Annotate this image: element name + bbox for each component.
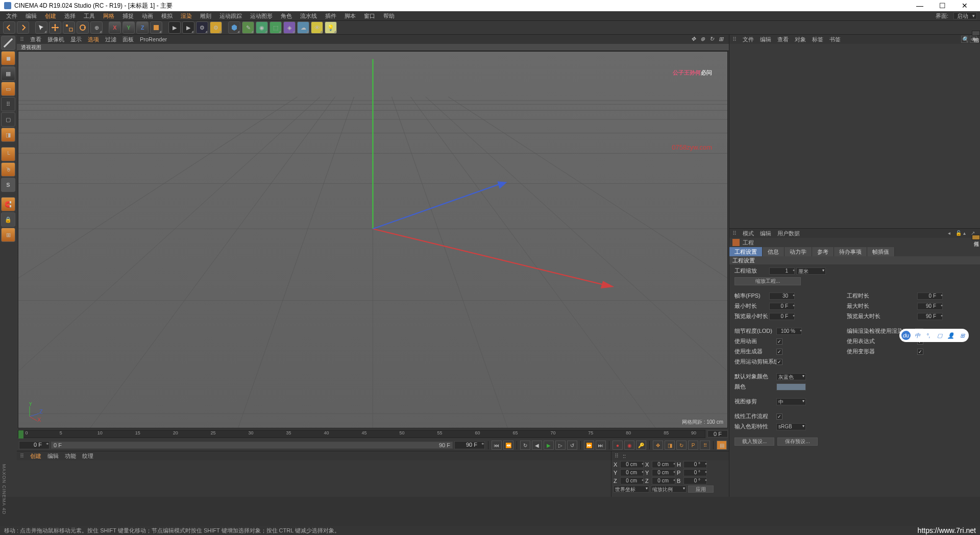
loop2-button[interactable]: ↺ [567,441,577,450]
om-edit[interactable]: 编辑 [760,36,771,43]
add-light[interactable]: 💡 [325,21,337,34]
am-mode[interactable]: 模式 [743,230,754,237]
add-pen[interactable]: ✎ [242,21,254,34]
color-swatch[interactable] [776,383,806,391]
menu-select[interactable]: 选择 [61,12,79,20]
menu-sculpt[interactable]: 雕刻 [197,12,214,20]
play-back[interactable]: ◀ [532,441,542,450]
vmenu-prorender[interactable]: ProRender [140,36,167,42]
pmax-field[interactable]: 90 F [917,313,943,320]
tab-project[interactable]: 工程设置 [729,247,763,256]
add-generator[interactable]: ⬚ [270,21,282,34]
undo-button[interactable] [3,21,15,34]
render-settings[interactable]: ⚙ [196,21,208,34]
loop-button[interactable]: ↻ [520,441,530,450]
menu-create[interactable]: 创建 [42,12,59,20]
add-deformer[interactable]: ◈ [283,21,296,34]
save-preset-button[interactable]: 保存预设... [777,437,817,446]
playhead[interactable] [18,430,23,439]
float-baidu-icon[interactable]: du [901,331,911,340]
key-param[interactable]: P [688,441,698,450]
coord-system[interactable] [150,21,162,34]
edge-mode[interactable]: ▢ [1,112,15,127]
om-view-icon[interactable]: 👁 [970,36,977,43]
next-frame[interactable]: ▷ [555,441,566,450]
menu-edit[interactable]: 编辑 [22,12,40,20]
nav-zoom-icon[interactable]: ⊕ [700,36,707,43]
render-queue[interactable]: ⚙ [210,21,222,34]
z-axis-toggle[interactable]: Z [136,21,149,34]
rot-h[interactable]: 0 ° [683,461,707,468]
range-slider[interactable]: 0 F90 F [51,442,453,449]
layout-combo[interactable]: 启动 [953,12,977,19]
magnet-tool[interactable]: 🧲 [1,197,15,211]
float-user-icon[interactable]: 👤 [946,331,955,340]
x-axis-toggle[interactable]: X [109,21,121,34]
om-tags[interactable]: 标签 [812,36,823,43]
goto-end[interactable]: ⏭ [596,441,606,450]
goto-start[interactable]: ⏮ [492,441,502,450]
viewport-3d[interactable]: 公子王孙何必问 0758zyw.com 网格间距 : 100 cm Y Z X [18,51,728,428]
linear-check[interactable]: ✓ [776,414,782,420]
colorspace-combo[interactable]: sRGB [776,423,806,430]
point-mode[interactable]: ⠿ [1,97,15,111]
duration-field[interactable]: 0 F [917,293,943,300]
gen-check[interactable]: ✓ [776,349,782,355]
mat-tex[interactable]: 纹理 [82,452,93,460]
model-mode[interactable]: ◼ [1,51,15,65]
om-search-icon[interactable]: 🔍 [961,36,968,43]
lock-icon[interactable]: 🔓 [955,230,962,236]
add-camera[interactable]: 👁 [311,21,323,34]
rot-b[interactable]: 0 ° [683,477,707,484]
close-button[interactable]: ✕ [953,0,976,11]
menu-help[interactable]: 帮助 [380,12,398,20]
add-env[interactable]: ☁ [297,21,309,34]
goto-prev-key[interactable]: ⏪ [503,441,513,450]
float-screen-icon[interactable]: ▢ [935,331,944,340]
mesh-tool[interactable]: ⊞ [1,228,15,242]
key-scale[interactable]: ◨ [665,441,675,450]
menu-mesh[interactable]: 网格 [100,12,117,20]
lod-field[interactable]: 100 % [776,328,802,335]
mat-create[interactable]: 创建 [30,452,41,460]
mat-edit[interactable]: 编辑 [47,452,59,460]
menu-track[interactable]: 运动跟踪 [216,12,245,20]
float-grid-icon[interactable]: ⊞ [958,331,967,340]
maxtime-field[interactable]: 90 F [917,303,943,310]
menu-plugins[interactable]: 插件 [322,12,339,20]
mintime-field[interactable]: 0 F [769,303,795,310]
scale-tool[interactable] [63,21,75,34]
record-button[interactable]: ● [612,441,623,450]
goto-next-key[interactable]: ⏩ [584,441,594,450]
menu-snap[interactable]: 捕捉 [119,12,137,20]
nav-back-icon[interactable]: ◂ [948,230,954,236]
vmenu-camera[interactable]: 摄像机 [47,36,64,43]
lock-tool[interactable]: 🔒 [1,212,15,227]
scale-project-button[interactable]: 缩放工程... [734,277,801,285]
add-cube[interactable] [228,21,240,34]
pmin-field[interactable]: 0 F [769,313,795,320]
mclip-check[interactable]: ✓ [776,359,782,365]
om-bookmarks[interactable]: 书签 [829,36,841,43]
apply-button[interactable]: 应用 [688,485,714,493]
key-pla[interactable]: ⠿ [700,441,710,450]
keyopt-button[interactable]: 🔑 [636,441,646,450]
menu-file[interactable]: 文件 [3,12,20,20]
tab-ref[interactable]: 参考 [812,247,834,256]
tab-info[interactable]: 信息 [763,247,785,256]
move-tool[interactable] [49,21,61,34]
pos-z[interactable]: 0 cm [620,477,644,484]
om-view[interactable]: 查看 [777,36,789,43]
defcolor-combo[interactable]: 灰蓝色 [776,373,806,380]
menu-window[interactable]: 窗口 [361,12,378,20]
size-y[interactable]: 0 cm [652,469,675,476]
redo-button[interactable] [17,21,29,34]
key-rot[interactable]: ↻ [676,441,687,450]
menu-anim[interactable]: 动画 [139,12,156,20]
size-z[interactable]: 0 cm [652,477,675,484]
tweak-tool[interactable]: 🖰 [1,162,15,177]
axis-tool[interactable]: └ [1,147,15,161]
tab-todo[interactable]: 待办事项 [834,247,867,256]
mat-func[interactable]: 功能 [65,452,76,460]
start-frame[interactable]: 0 F [19,441,50,449]
